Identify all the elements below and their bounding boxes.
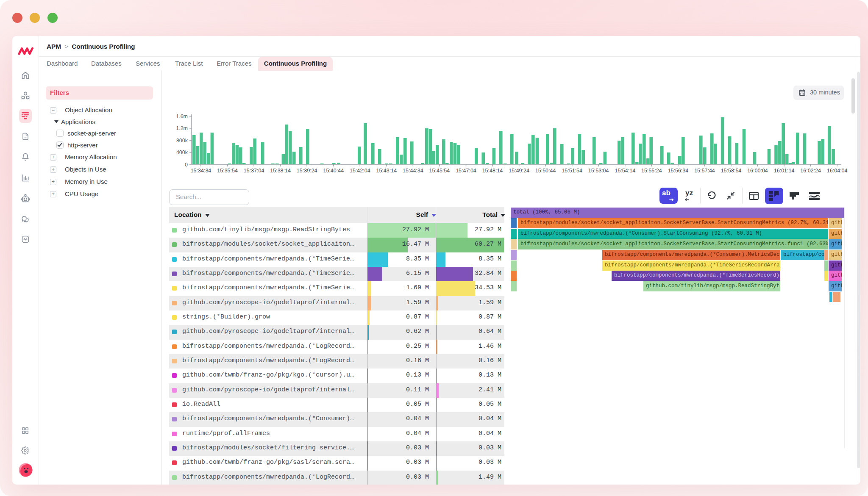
svg-text:15:53:04: 15:53:04: [588, 168, 609, 174]
svg-text:1.6m: 1.6m: [176, 114, 188, 119]
svg-text:15:34:34: 15:34:34: [191, 168, 211, 174]
svg-text:15:55:24: 15:55:24: [641, 168, 662, 174]
svg-text:16:04:04: 16:04:04: [827, 168, 848, 174]
svg-text:0: 0: [185, 162, 188, 168]
svg-text:16:01:14: 16:01:14: [774, 168, 795, 174]
svg-text:16:02:24: 16:02:24: [800, 168, 821, 174]
svg-text:15:58:54: 15:58:54: [721, 168, 742, 174]
svg-text:800k: 800k: [176, 138, 188, 144]
svg-text:15:43:14: 15:43:14: [376, 168, 397, 174]
svg-text:15:50:44: 15:50:44: [535, 168, 556, 174]
svg-text:15:45:54: 15:45:54: [429, 168, 450, 174]
svg-text:15:39:24: 15:39:24: [297, 168, 317, 174]
svg-text:15:49:24: 15:49:24: [509, 168, 529, 174]
svg-text:15:40:44: 15:40:44: [323, 168, 344, 174]
svg-text:1.2m: 1.2m: [176, 125, 188, 131]
svg-text:15:37:04: 15:37:04: [244, 168, 264, 174]
svg-text:15:38:14: 15:38:14: [270, 168, 291, 174]
svg-text:15:54:14: 15:54:14: [615, 168, 635, 174]
svg-text:16:00:04: 16:00:04: [747, 168, 768, 174]
svg-text:15:51:54: 15:51:54: [562, 168, 582, 174]
svg-text:15:44:34: 15:44:34: [403, 168, 423, 174]
svg-text:15:35:54: 15:35:54: [217, 168, 238, 174]
svg-text:400k: 400k: [176, 150, 188, 155]
svg-text:15:56:34: 15:56:34: [668, 168, 689, 174]
svg-text:15:47:04: 15:47:04: [456, 168, 476, 174]
svg-text:15:48:14: 15:48:14: [482, 168, 503, 174]
svg-text:15:42:04: 15:42:04: [350, 168, 370, 174]
svg-text:15:57:44: 15:57:44: [694, 168, 715, 174]
